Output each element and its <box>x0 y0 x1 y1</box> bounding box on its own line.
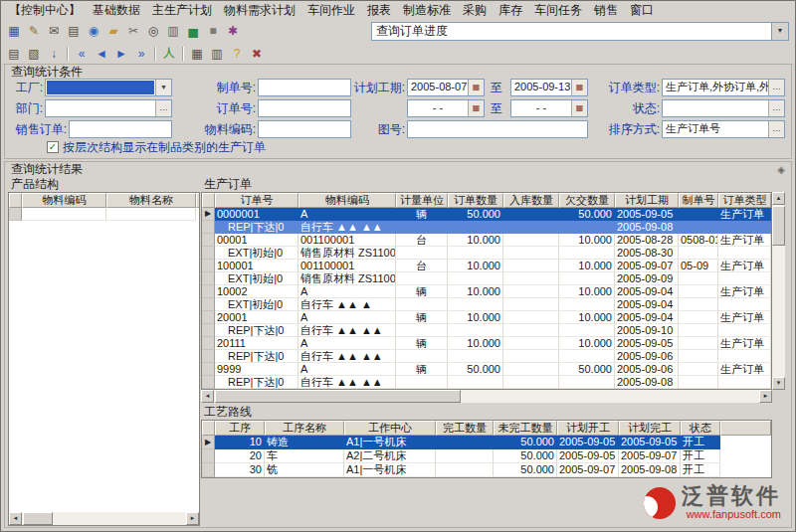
scroll-left-icon[interactable]: ◄ <box>9 512 22 525</box>
table-row[interactable]: 20001A辆10.00010.0002005-09-04生产订单 <box>202 311 771 324</box>
column-header[interactable]: 计划工期 <box>615 193 679 208</box>
settings-icon[interactable]: ✱ <box>223 22 243 40</box>
table-row[interactable]: 100001001100001台10.00010.0002005-09-0705… <box>202 260 771 272</box>
menu-item[interactable]: 主生产计划 <box>146 0 218 21</box>
table-row[interactable]: ▶10铸造A1|一号机床50.0002005-09-052005-09-05开工 <box>202 436 771 449</box>
orders-hscrollbar[interactable]: ◄ ► <box>201 390 772 403</box>
order-no-input[interactable] <box>258 99 351 117</box>
calendar-icon[interactable]: ▦ <box>468 80 484 95</box>
menu-item[interactable]: 车间任务 <box>528 0 588 21</box>
hierarchy-checkbox-label[interactable]: 按层次结构显示在制品类别的生产订单 <box>63 141 266 154</box>
globe-icon[interactable]: ◉ <box>84 22 103 40</box>
prev-record-icon[interactable]: ◄ <box>92 45 111 63</box>
ellipsis-icon[interactable]: … <box>768 121 784 137</box>
routing-grid[interactable]: 工序工序名称工作中心完工数量未完工数量计划开工计划完工状态▶10铸造A1|一号机… <box>201 420 772 478</box>
keyboard-icon[interactable]: ▥ <box>163 22 183 40</box>
column-header[interactable]: 计划开工 <box>557 421 619 436</box>
plan-end-input[interactable]: 2005-09-13 ▦ <box>510 79 588 96</box>
camera-icon[interactable]: ◎ <box>143 22 163 40</box>
column-header[interactable]: 未完工数量 <box>494 421 557 436</box>
column-header[interactable]: 工作中心 <box>344 421 436 436</box>
grid-icon[interactable]: ▦ <box>4 22 24 40</box>
column-header[interactable]: 订单数量 <box>448 193 503 208</box>
table-row[interactable]: EXT|初始|0自行车 ▲▲ ▲2005-09-04 <box>202 298 771 311</box>
column-header[interactable]: 欠交数量 <box>559 193 615 208</box>
calculator-icon[interactable]: ▦ <box>187 45 207 63</box>
material-input[interactable] <box>258 120 351 138</box>
column-header[interactable]: 订单类型 <box>718 193 771 208</box>
status-input[interactable]: … <box>662 99 785 117</box>
menu-item[interactable]: 物料需求计划 <box>218 0 301 21</box>
calendar-icon[interactable]: ▦ <box>468 100 484 116</box>
notes-icon[interactable]: ▥ <box>207 45 227 63</box>
chart-icon[interactable]: ▅ <box>183 22 203 40</box>
column-header[interactable]: 物料编码 <box>22 193 106 208</box>
table-row[interactable]: 00001001100001台10.00010.0002005-08-28050… <box>202 234 771 247</box>
cut-icon[interactable]: ✂ <box>123 22 143 40</box>
menu-item[interactable]: 车间作业 <box>301 0 361 21</box>
table-row[interactable] <box>9 208 199 221</box>
order-type-input[interactable]: 生产订单,外协订单,外... … <box>662 79 785 96</box>
column-header[interactable]: 制单号 <box>679 193 718 208</box>
scroll-left-icon[interactable]: ◄ <box>201 390 214 403</box>
print-icon[interactable]: ▤ <box>4 45 24 63</box>
table-row[interactable]: EXT|初始|0销售原材料 ZS11002005-08-30 <box>202 247 771 260</box>
help-icon[interactable]: ? <box>227 45 247 63</box>
print-preview-icon[interactable]: ▧ <box>24 45 44 63</box>
maker-input[interactable] <box>258 79 351 96</box>
collapse-icon[interactable]: ◈ <box>777 163 785 176</box>
menu-item[interactable]: 制造标准 <box>397 0 457 21</box>
chevron-down-icon[interactable]: ▼ <box>771 23 788 40</box>
table-row[interactable]: 30铣A1|一号机床50.0002005-09-072005-09-08开工 <box>202 463 771 477</box>
menu-item[interactable]: 【控制中心】 <box>3 0 87 21</box>
sort-input[interactable]: 生产订单号 … <box>662 120 785 138</box>
date2-start-input[interactable]: - - ▦ <box>407 99 485 117</box>
scroll-track[interactable] <box>214 390 759 403</box>
print-icon[interactable]: ▤ <box>64 22 84 40</box>
column-header[interactable]: 物料编码 <box>298 193 396 208</box>
menu-item[interactable]: 采购 <box>457 0 493 21</box>
ellipsis-icon[interactable]: … <box>768 100 784 116</box>
scroll-up-icon[interactable]: ▲ <box>772 192 785 205</box>
scroll-right-icon[interactable]: ► <box>759 390 772 403</box>
first-record-icon[interactable]: « <box>72 45 92 63</box>
menu-item[interactable]: 库存 <box>493 0 528 21</box>
column-header[interactable]: 状态 <box>681 421 720 436</box>
task-combo[interactable]: 查询订单进度 ▼ <box>371 22 789 41</box>
pencil-icon[interactable]: ✎ <box>24 22 44 40</box>
scroll-track[interactable] <box>22 512 186 525</box>
exit-icon[interactable]: ✖ <box>247 45 267 63</box>
scroll-thumb[interactable] <box>23 512 53 525</box>
calendar-icon[interactable]: ▦ <box>571 100 587 116</box>
product-hscrollbar[interactable]: ◄ ► <box>9 512 199 525</box>
column-header[interactable]: 计划完工 <box>619 421 681 436</box>
chevron-down-icon[interactable]: ▼ <box>155 80 171 95</box>
plan-start-input[interactable]: 2005-08-07 ▦ <box>407 79 485 96</box>
date2-end-input[interactable]: - - ▦ <box>510 99 588 117</box>
table-row[interactable]: EXT|初始|0销售原材料 ZS11002005-09-09 <box>202 272 771 285</box>
next-record-icon[interactable]: ► <box>111 45 131 63</box>
execute-icon[interactable]: 人 <box>159 45 179 63</box>
scroll-thumb[interactable] <box>772 206 785 246</box>
menu-item[interactable]: 窗口 <box>624 0 660 21</box>
table-row[interactable]: REP|下达|0自行车 ▲▲ ▲▲2005-09-10 <box>202 324 771 337</box>
table-row[interactable]: 20车A2|二号机床50.0002005-09-052005-09-07开工 <box>202 449 771 463</box>
scroll-thumb[interactable] <box>215 390 461 403</box>
table-row[interactable]: 10002A辆10.00010.0002005-09-04生产订单 <box>202 285 771 298</box>
column-header[interactable]: 计量单位 <box>396 193 448 208</box>
menu-item[interactable]: 报表 <box>361 0 397 21</box>
table-row[interactable]: 9999A辆50.00050.0002005-09-06生产订单 <box>202 363 771 376</box>
column-header[interactable]: 完工数量 <box>436 421 494 436</box>
last-record-icon[interactable]: » <box>131 45 151 63</box>
column-header[interactable]: 工序名称 <box>265 421 344 436</box>
export-icon[interactable]: ↓ <box>44 45 64 63</box>
ellipsis-icon[interactable]: … <box>768 80 784 95</box>
product-structure-grid[interactable]: 物料编码物料名称 <box>8 192 200 526</box>
factory-select[interactable]: ▼ <box>45 79 172 96</box>
table-row[interactable]: ▶0000001A辆50.00050.0002005-09-05生产订单 <box>202 208 771 221</box>
table-row[interactable]: REP|下达|0自行车 ▲▲ ▲▲2005-09-08 <box>202 221 771 234</box>
table-row[interactable]: 20111A辆10.00010.0002005-09-05生产订单 <box>202 337 771 350</box>
column-header[interactable]: 工序 <box>215 421 265 436</box>
hierarchy-checkbox[interactable]: ✓ <box>47 141 59 153</box>
column-header[interactable]: 订单号 <box>215 193 298 208</box>
